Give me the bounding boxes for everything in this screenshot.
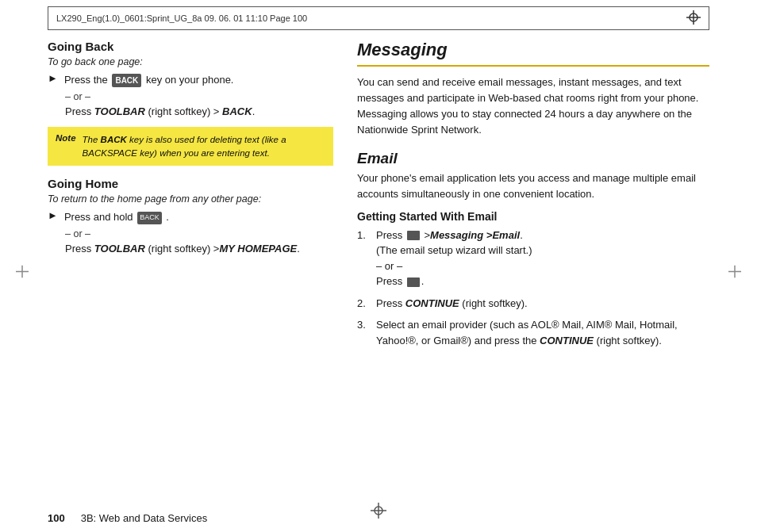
- right-column: Messaging You can send and receive email…: [357, 40, 709, 354]
- wizard-text: (The email setup wizard will start.): [376, 244, 532, 256]
- note-box: Note The BACK key is also used for delet…: [48, 127, 333, 166]
- homepage-step-content: Press TOOLBAR (right softkey) >MY HOMEPA…: [65, 241, 333, 257]
- continue-text-2: CONTINUE: [540, 335, 594, 346]
- going-back-instruction: To go back one page:: [48, 56, 333, 67]
- email-body: Your phone's email application lets you …: [357, 170, 709, 202]
- getting-started-section: Getting Started With Email 1. Press >Mes…: [357, 210, 709, 349]
- step-2-content: Press CONTINUE (right softkey).: [376, 296, 709, 312]
- step-3: 3. Select an email provider (such as AOL…: [357, 317, 709, 348]
- note-text: The BACK key is also used for deleting t…: [83, 133, 325, 159]
- menu-icon-1: [407, 231, 420, 240]
- step-num-2: 2.: [357, 296, 371, 312]
- step-2: 2. Press CONTINUE (right softkey).: [357, 296, 709, 312]
- continue-text-1: CONTINUE: [405, 297, 459, 309]
- page-container: LX290_Eng(1.0)_0601:Sprint_UG_8a 09. 06.…: [0, 6, 757, 532]
- steps-list: 1. Press >Messaging >Email. (The email s…: [357, 228, 709, 349]
- step-1: 1. Press >Messaging >Email. (The email s…: [357, 228, 709, 289]
- messaging-title: Messaging: [357, 40, 709, 60]
- going-back-step1: ► Press the BACK key on your phone.: [48, 72, 333, 88]
- toolbar-text-1: TOOLBAR: [94, 105, 145, 117]
- email-icon: [407, 277, 420, 287]
- press-hold-content: Press and hold BACK .: [64, 209, 333, 225]
- main-content: Going Back To go back one page: ► Press …: [48, 40, 709, 354]
- email-title: Email: [357, 150, 709, 167]
- step-num-3: 3.: [357, 317, 371, 333]
- right-margin-cross: [728, 265, 741, 280]
- step-arrow-home: ►: [48, 209, 58, 221]
- header-file-info: LX290_Eng(1.0)_0601:Sprint_UG_8a 09. 06.…: [56, 13, 307, 23]
- or-step1: – or –: [376, 260, 402, 272]
- step-arrow-1: ►: [48, 72, 58, 84]
- messaging-email-text: Messaging >Email: [430, 229, 520, 241]
- footer-section: 3B: Web and Data Services: [81, 512, 207, 524]
- left-column: Going Back To go back one page: ► Press …: [48, 40, 333, 354]
- toolbar-text-2: TOOLBAR: [94, 243, 145, 255]
- back-key-badge: BACK: [112, 74, 141, 87]
- header-crosshair-icon: [686, 10, 701, 26]
- going-home-step2: Press TOOLBAR (right softkey) >MY HOMEPA…: [48, 241, 333, 257]
- or-line-1: – or –: [65, 91, 333, 102]
- or-line-2: – or –: [65, 228, 333, 239]
- going-back-section: Going Back To go back one page: ► Press …: [48, 40, 333, 166]
- back-text: BACK: [222, 105, 252, 117]
- going-home-title: Going Home: [48, 177, 333, 190]
- step2-content: Press TOOLBAR (right softkey) > BACK.: [65, 104, 333, 120]
- section-divider: [357, 65, 709, 67]
- left-margin-cross: [16, 265, 29, 280]
- header-bar: LX290_Eng(1.0)_0601:Sprint_UG_8a 09. 06.…: [48, 6, 709, 30]
- email-section: Email Your phone's email application let…: [357, 150, 709, 349]
- step-num-1: 1.: [357, 228, 371, 243]
- messaging-section: Messaging You can send and receive email…: [357, 40, 709, 139]
- messaging-body: You can send and receive email messages,…: [357, 75, 709, 139]
- bottom-crosshair-icon: [371, 503, 386, 521]
- going-back-title: Going Back: [48, 40, 333, 53]
- step-3-content: Select an email provider (such as AOL® M…: [376, 317, 709, 348]
- page-number: 100: [48, 512, 65, 524]
- step1-content: Press the BACK key on your phone.: [64, 72, 333, 88]
- going-back-step2: Press TOOLBAR (right softkey) > BACK.: [48, 104, 333, 120]
- going-home-step1: ► Press and hold BACK .: [48, 209, 333, 225]
- note-label: Note: [56, 133, 76, 143]
- going-home-section: Going Home To return to the home page fr…: [48, 177, 333, 256]
- getting-started-title: Getting Started With Email: [357, 210, 709, 223]
- going-home-instruction: To return to the home page from any othe…: [48, 193, 333, 205]
- myhomepage-text: MY HOMEPAGE: [219, 243, 297, 255]
- back-key-small: BACK: [137, 212, 162, 224]
- step-1-content: Press >Messaging >Email. (The email setu…: [376, 228, 709, 289]
